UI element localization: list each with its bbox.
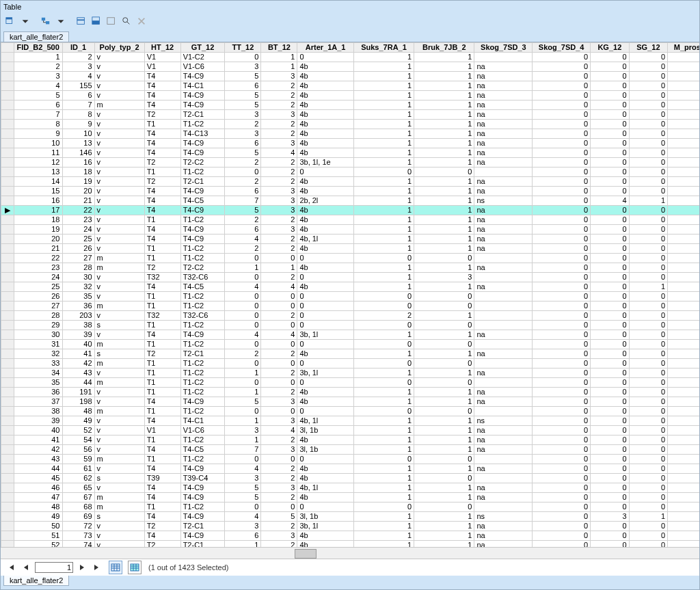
cell[interactable]: 3b, 1l, 1e — [297, 158, 353, 167]
delete-button[interactable] — [135, 14, 148, 28]
cell[interactable]: 0 — [591, 282, 630, 292]
cell[interactable]: 31 — [14, 340, 62, 349]
cell[interactable]: v — [94, 53, 144, 62]
cell[interactable]: T4 — [144, 91, 180, 100]
cell[interactable]: 4 — [225, 234, 261, 244]
cell[interactable]: 17 — [14, 206, 62, 215]
table-row[interactable]: 2126vT1T1-C2224b11na0000124,12 — [1, 244, 700, 254]
row-header[interactable] — [1, 321, 14, 330]
cell[interactable]: T1 — [144, 292, 180, 301]
cell[interactable]: 4b — [297, 177, 353, 187]
cell[interactable]: 59 — [62, 455, 94, 464]
cell[interactable]: 0 — [668, 416, 699, 426]
cell[interactable]: ns — [474, 416, 533, 426]
cell[interactable]: 1 — [353, 81, 414, 91]
row-header[interactable] — [1, 349, 14, 359]
cell[interactable]: 2 — [261, 81, 297, 91]
cell[interactable]: 4b — [297, 541, 353, 548]
cell[interactable]: 1 — [414, 129, 474, 139]
cell[interactable]: 0 — [414, 455, 474, 464]
cell[interactable]: 7 — [225, 196, 261, 206]
cell[interactable]: 0 — [668, 330, 699, 340]
cell[interactable]: 4 — [261, 330, 297, 340]
row-header[interactable] — [1, 120, 14, 129]
cell[interactable]: 191 — [62, 388, 94, 397]
cell[interactable]: 1 — [353, 464, 414, 474]
cell[interactable]: 0 — [533, 426, 591, 435]
cell[interactable]: 0 — [297, 407, 353, 416]
cell[interactable]: 0 — [297, 311, 353, 321]
cell[interactable]: T32-C6 — [180, 273, 225, 282]
column-header[interactable]: Skog_7SD_3 — [474, 43, 533, 53]
cell[interactable]: na — [474, 158, 533, 167]
cell[interactable] — [474, 311, 533, 321]
table-row[interactable]: 3848mT1T1-C20000000040T4-C9560,15 — [1, 407, 700, 416]
cell[interactable]: 0 — [668, 435, 699, 445]
cell[interactable]: 1 — [414, 139, 474, 148]
row-header[interactable] — [1, 225, 14, 234]
cell[interactable]: 0 — [414, 321, 474, 330]
cell[interactable]: na — [474, 522, 533, 531]
cell[interactable]: 3 — [14, 72, 62, 81]
cell[interactable]: T4 — [144, 445, 180, 455]
cell[interactable]: v — [94, 531, 144, 541]
cell[interactable]: T4 — [144, 330, 180, 340]
table-row[interactable]: 1924vT4T4-C9634b11na00002937,51 — [1, 225, 700, 234]
cell[interactable]: 30 — [14, 330, 62, 340]
cell[interactable]: 8 — [62, 110, 94, 120]
row-header[interactable] — [1, 234, 14, 244]
cell[interactable]: V1-C6 — [180, 426, 225, 435]
cell[interactable]: 5 — [225, 148, 261, 158]
cell[interactable]: T1-C2 — [180, 167, 225, 177]
table-row[interactable]: 1318vT1T1-C20200000001733,7 — [1, 167, 700, 177]
cell[interactable]: T4 — [144, 196, 180, 206]
cell[interactable]: 0 — [297, 292, 353, 301]
cell[interactable]: v — [94, 139, 144, 148]
cell[interactable]: 3b, 1l — [297, 330, 353, 340]
cell[interactable]: T32 — [144, 311, 180, 321]
cell[interactable]: 1 — [353, 177, 414, 187]
cell[interactable]: 39 — [14, 416, 62, 426]
cell[interactable]: 0 — [225, 53, 261, 62]
cell[interactable]: na — [474, 206, 533, 215]
cell[interactable]: T1 — [144, 244, 180, 254]
cell[interactable]: 68 — [62, 502, 94, 512]
cell[interactable]: m — [94, 493, 144, 502]
cell[interactable]: T1-C2 — [180, 292, 225, 301]
cell[interactable]: T4 — [144, 531, 180, 541]
cell[interactable]: 38 — [62, 321, 94, 330]
cell[interactable]: v — [94, 330, 144, 340]
cell[interactable]: 0 — [629, 493, 668, 502]
table-row[interactable]: 4767mT4T4-C9524b11na00020T1-C24951,74 — [1, 493, 700, 502]
row-header[interactable] — [1, 167, 14, 177]
cell[interactable]: T1-C2 — [180, 502, 225, 512]
cell[interactable]: 1 — [414, 531, 474, 541]
cell[interactable]: na — [474, 397, 533, 407]
cell[interactable]: 0 — [668, 445, 699, 455]
cell[interactable]: 3l, 1b — [297, 445, 353, 455]
cell[interactable]: m — [94, 502, 144, 512]
cell[interactable]: 46 — [14, 483, 62, 493]
cell[interactable]: 1 — [353, 215, 414, 225]
cell[interactable]: 0 — [225, 340, 261, 349]
cell[interactable]: T1 — [144, 455, 180, 464]
cell[interactable]: 40 — [62, 340, 94, 349]
cell[interactable]: na — [474, 148, 533, 158]
cell[interactable]: 0 — [261, 407, 297, 416]
row-header[interactable] — [1, 378, 14, 388]
cell[interactable]: 0 — [591, 359, 630, 368]
table-row[interactable]: 12vV1V1-C20101100006637,03 — [1, 53, 700, 62]
row-header[interactable] — [1, 282, 14, 292]
cell[interactable]: T4 — [144, 464, 180, 474]
cell[interactable]: 0 — [591, 426, 630, 435]
cell[interactable]: 0 — [225, 167, 261, 177]
cell[interactable]: T4-C9 — [180, 493, 225, 502]
cell[interactable]: 1 — [414, 426, 474, 435]
cell[interactable]: 3 — [261, 416, 297, 426]
cell[interactable]: v — [94, 416, 144, 426]
cell[interactable]: 54 — [62, 435, 94, 445]
cell[interactable]: 67 — [62, 493, 94, 502]
cell[interactable]: 0 — [668, 72, 699, 81]
cell[interactable]: 5 — [261, 512, 297, 522]
cell[interactable]: 0 — [261, 455, 297, 464]
